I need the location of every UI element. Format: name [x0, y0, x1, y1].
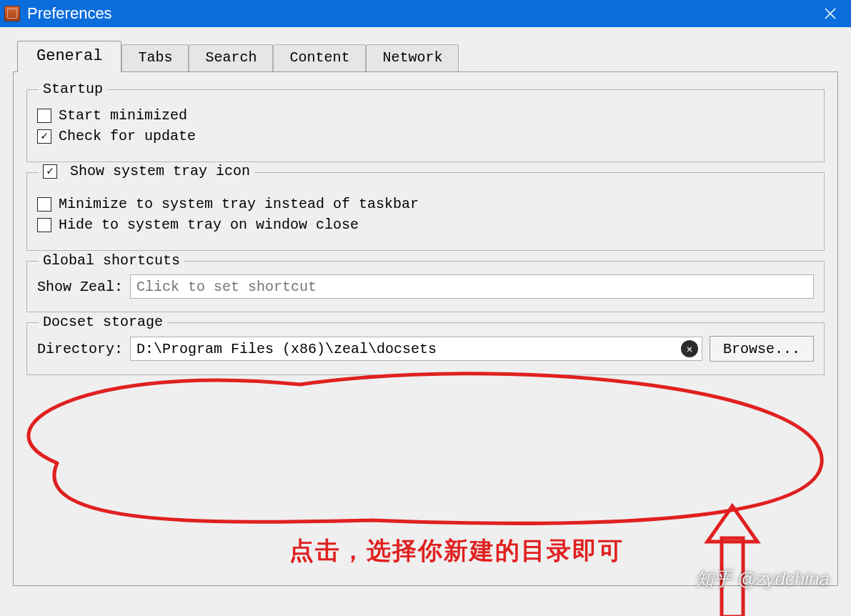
- label-check-update: Check for update: [59, 128, 196, 144]
- checkbox-show-tray[interactable]: [43, 164, 57, 179]
- group-startup-legend: Startup: [39, 81, 107, 97]
- directory-input-wrap: ✕: [130, 337, 702, 361]
- row-show-zeal: Show Zeal:: [37, 274, 814, 299]
- checkbox-check-update[interactable]: [37, 129, 51, 144]
- checkbox-start-minimized[interactable]: [37, 109, 51, 123]
- close-icon: [825, 8, 836, 19]
- clear-directory-icon[interactable]: ✕: [681, 340, 698, 357]
- tab-general[interactable]: General: [17, 41, 121, 72]
- checkbox-minimize-tray[interactable]: [37, 197, 51, 212]
- group-docset-legend: Docset storage: [39, 314, 167, 330]
- tab-search[interactable]: Search: [189, 44, 273, 71]
- tab-network[interactable]: Network: [366, 44, 459, 71]
- label-minimize-tray: Minimize to system tray instead of taskb…: [59, 196, 419, 212]
- checkbox-hide-on-close[interactable]: [37, 218, 51, 232]
- group-shortcuts: Global shortcuts Show Zeal:: [26, 261, 825, 312]
- preferences-body: General Tabs Search Content Network Star…: [0, 27, 851, 616]
- group-startup: Startup Start minimized Check for update: [26, 89, 825, 162]
- group-systray: Show system tray icon Minimize to system…: [26, 172, 825, 251]
- titlebar: Preferences: [0, 0, 851, 27]
- group-docset-storage: Docset storage Directory: ✕ Browse...: [26, 322, 825, 375]
- row-start-minimized[interactable]: Start minimized: [37, 107, 814, 124]
- row-check-update[interactable]: Check for update: [37, 128, 814, 144]
- group-systray-legend[interactable]: Show system tray icon: [39, 163, 254, 179]
- app-icon: [4, 6, 20, 21]
- row-minimize-tray[interactable]: Minimize to system tray instead of taskb…: [37, 196, 814, 212]
- tab-tabs[interactable]: Tabs: [121, 44, 189, 71]
- input-directory[interactable]: [130, 337, 702, 361]
- input-show-zeal-shortcut[interactable]: [130, 274, 814, 299]
- row-directory: Directory: ✕ Browse...: [37, 336, 814, 362]
- tab-panel-general: Startup Start minimized Check for update…: [13, 71, 838, 586]
- label-show-tray: Show system tray icon: [70, 163, 250, 179]
- tab-content[interactable]: Content: [273, 44, 366, 71]
- row-hide-on-close[interactable]: Hide to system tray on window close: [37, 217, 814, 233]
- window-title: Preferences: [27, 4, 112, 23]
- label-directory: Directory:: [37, 341, 123, 357]
- label-start-minimized: Start minimized: [59, 107, 187, 124]
- label-show-zeal: Show Zeal:: [37, 279, 123, 295]
- label-hide-on-close: Hide to system tray on window close: [59, 217, 359, 233]
- tabstrip: General Tabs Search Content Network: [17, 40, 838, 71]
- group-shortcuts-legend: Global shortcuts: [39, 252, 184, 269]
- close-button[interactable]: [814, 0, 847, 27]
- browse-button[interactable]: Browse...: [710, 336, 814, 362]
